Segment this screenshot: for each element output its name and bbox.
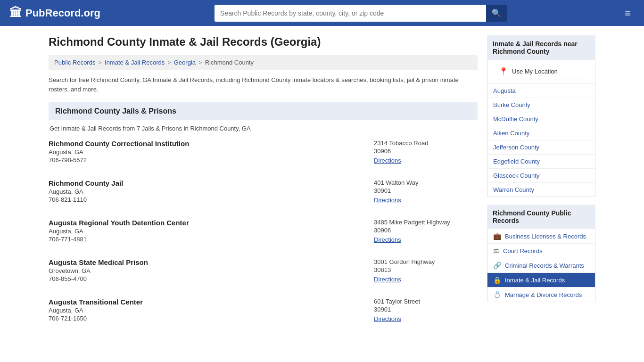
nearby-link-aiken-county[interactable]: Aiken County [493,130,529,137]
facility-info: Richmond County Jail Augusta, GA 706-821… [49,179,374,204]
facility-right: 3485 Mike Padgett Highway 30906 Directio… [374,219,478,243]
sidebar-nearby-item-aiken[interactable]: Aiken County [487,126,595,140]
facility-name: Augusta State Medical Prison [49,258,374,266]
facility-right: 3001 Gordon Highway 30813 Directions [374,258,478,283]
use-location-label: Use My Location [512,68,558,75]
facility-item: Augusta Regional Youth Detention Center … [49,219,478,248]
use-location-button[interactable]: 📍 Use My Location [493,63,589,80]
sidebar: Inmate & Jail Records near Richmond Coun… [487,35,595,337]
facility-city-state: Augusta, GA [49,307,374,314]
search-button[interactable]: 🔍 [486,5,507,22]
breadcrumb-sep-1: > [98,59,102,66]
facility-info: Richmond County Correctional Institution… [49,140,374,164]
ring-icon: 💍 [493,291,501,298]
nearby-link-burke-county[interactable]: Burke County [493,101,530,108]
facility-right: 2314 Tobacco Road 30906 Directions [374,140,478,164]
directions-link[interactable]: Directions [374,276,401,283]
breadcrumb-georgia[interactable]: Georgia [174,59,196,66]
search-bar: 🔍 [215,5,507,22]
content-area: Richmond County Inmate & Jail Records (G… [49,35,478,337]
facility-street: 601 Taylor Street [374,298,478,305]
facility-name: Richmond County Jail [49,179,374,187]
facility-name: Richmond County Correctional Institution [49,140,374,148]
facility-phone: 706-798-5572 [49,156,374,164]
section-header: Richmond County Jails & Prisons [49,102,478,120]
facility-zip: 30901 [374,306,478,313]
sidebar-public-records-title: Richmond County Public Records [487,205,595,229]
facilities-list: Richmond County Correctional Institution… [49,140,478,327]
breadcrumb-sep-3: > [198,59,202,66]
facility-right: 401 Walton Way 30901 Directions [374,179,478,204]
sidebar-public-item-inmate[interactable]: 🔒 Inmate & Jail Records [487,273,595,288]
main-container: Richmond County Inmate & Jail Records (G… [39,26,605,347]
breadcrumb-public-records[interactable]: Public Records [54,59,95,66]
nearby-link-edgefield-county[interactable]: Edgefield County [493,158,540,165]
facility-zip: 30813 [374,266,478,273]
briefcase-icon: 💼 [493,232,501,240]
sidebar-nearby-item-burke[interactable]: Burke County [487,98,595,112]
facility-name: Augusta Regional Youth Detention Center [49,219,374,227]
directions-link[interactable]: Directions [374,197,401,204]
nearby-link-mcduffie-county[interactable]: McDuffie County [493,115,538,123]
sidebar-public-item-court[interactable]: ⚖ Court Records [487,244,595,258]
facility-zip: 30901 [374,187,478,194]
nearby-link-warren-county[interactable]: Warren County [493,186,534,193]
nearby-link-glascock-county[interactable]: Glascock County [493,172,539,179]
public-link-court[interactable]: Court Records [503,247,543,255]
sidebar-nearby-item-jefferson[interactable]: Jefferson County [487,140,595,155]
public-link-business[interactable]: Business Licenses & Records [505,233,586,240]
directions-link[interactable]: Directions [374,236,401,243]
public-link-marriage[interactable]: Marriage & Divorce Records [505,291,582,298]
facility-phone: 706-855-4700 [49,275,374,282]
facility-city-state: Augusta, GA [49,148,374,156]
sidebar-nearby-list: 📍 Use My Location Augusta Burke County M… [487,60,595,197]
sidebar-nearby-item-warren[interactable]: Warren County [487,183,595,197]
facility-item: Augusta Transitional Center Augusta, GA … [49,298,478,327]
facility-right: 601 Taylor Street 30901 Directions [374,298,478,322]
sidebar-public-item-business[interactable]: 💼 Business Licenses & Records [487,229,595,244]
location-pin-icon: 📍 [499,67,508,76]
sidebar-nearby-item-augusta[interactable]: Augusta [487,84,595,98]
sidebar-public-item-criminal[interactable]: 🔗 Criminal Records & Warrants [487,258,595,273]
menu-button[interactable]: ≡ [621,5,635,21]
sidebar-nearby-item-mcduffie[interactable]: McDuffie County [487,112,595,126]
directions-link[interactable]: Directions [374,315,401,322]
page-description: Search for free Richmond County, GA Inma… [49,75,478,94]
breadcrumb-inmate-records[interactable]: Inmate & Jail Records [105,59,165,66]
search-input[interactable] [215,5,486,22]
lock-icon: 🔒 [493,276,501,284]
facility-item: Richmond County Correctional Institution… [49,140,478,169]
directions-link[interactable]: Directions [374,157,401,164]
facility-city-state: Augusta, GA [49,228,374,235]
site-logo[interactable]: 🏛 PubRecord.org [9,6,100,20]
facility-info: Augusta State Medical Prison Grovetown, … [49,258,374,283]
breadcrumb: Public Records > Inmate & Jail Records >… [49,55,478,70]
public-link-criminal[interactable]: Criminal Records & Warrants [505,262,584,269]
site-header: 🏛 PubRecord.org 🔍 ≡ [0,0,644,26]
facility-phone: 706-821-1110 [49,196,374,203]
sidebar-use-location[interactable]: 📍 Use My Location [487,60,595,84]
facility-city-state: Grovetown, GA [49,267,374,274]
facility-info: Augusta Regional Youth Detention Center … [49,219,374,243]
facility-item: Richmond County Jail Augusta, GA 706-821… [49,179,478,208]
nearby-link-augusta[interactable]: Augusta [493,87,516,94]
facility-zip: 30906 [374,227,478,234]
facility-phone: 706-721-1650 [49,315,374,322]
facility-zip: 30906 [374,148,478,155]
public-link-inmate[interactable]: Inmate & Jail Records [505,277,565,284]
section-description: Get Inmate & Jail Records from 7 Jails &… [49,125,478,132]
logo-text: PubRecord.org [25,7,100,19]
facility-street: 401 Walton Way [374,179,478,186]
sidebar-nearby-title: Inmate & Jail Records near Richmond Coun… [487,35,595,60]
sidebar-nearby-item-edgefield[interactable]: Edgefield County [487,155,595,169]
facility-city-state: Augusta, GA [49,188,374,195]
sidebar-public-item-marriage[interactable]: 💍 Marriage & Divorce Records [487,288,595,302]
link-icon: 🔗 [493,262,501,269]
facility-item: Augusta State Medical Prison Grovetown, … [49,258,478,288]
facility-street: 2314 Tobacco Road [374,140,478,147]
sidebar-nearby-item-glascock[interactable]: Glascock County [487,169,595,183]
page-title: Richmond County Inmate & Jail Records (G… [49,35,478,49]
scales-icon: ⚖ [493,247,499,255]
search-icon: 🔍 [492,9,501,17]
nearby-link-jefferson-county[interactable]: Jefferson County [493,144,539,151]
